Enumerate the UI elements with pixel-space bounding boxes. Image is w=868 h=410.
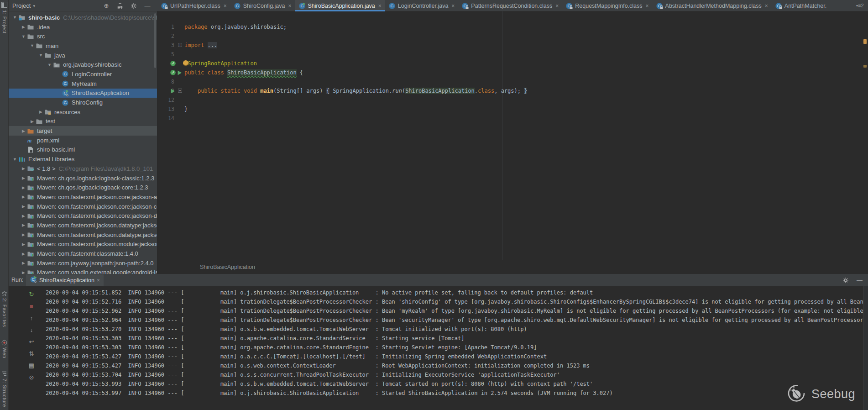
close-icon[interactable]: × bbox=[451, 3, 455, 9]
console-scrollbar[interactable] bbox=[863, 286, 868, 410]
editor-tab-abstracthandlermethodmapping-class[interactable]: CAbstractHandlerMethodMapping.class× bbox=[653, 0, 772, 11]
tree-row-maven-com-vaadin-external-google-android-js[interactable]: ▶Maven: com.vaadin.external.google:andro… bbox=[9, 268, 157, 274]
tree-row-target[interactable]: ▶target bbox=[9, 126, 157, 136]
code-editor[interactable]: 1package org.javaboy.shirobasic;23+impor… bbox=[158, 11, 868, 274]
tree-expand-arrow[interactable]: ▶ bbox=[20, 223, 27, 227]
tree-expand-arrow[interactable]: ▼ bbox=[11, 15, 18, 20]
close-icon[interactable]: × bbox=[646, 3, 649, 9]
hide-panel-icon[interactable]: — bbox=[144, 2, 151, 10]
tree-expand-arrow[interactable]: ▶ bbox=[37, 110, 44, 114]
tree-expand-arrow[interactable]: ▼ bbox=[11, 157, 18, 162]
hide-panel-icon[interactable]: — bbox=[856, 276, 863, 284]
tree-expand-arrow[interactable]: ▶ bbox=[20, 129, 27, 133]
error-stripe-mark[interactable] bbox=[863, 39, 867, 44]
tree-row-external-libraries[interactable]: ▼External Libraries bbox=[9, 154, 157, 164]
fold-marker-icon[interactable]: + bbox=[178, 89, 182, 93]
project-panel-title[interactable]: Project bbox=[12, 2, 31, 9]
tree-expand-arrow[interactable]: ▶ bbox=[20, 166, 27, 171]
tree-row-test[interactable]: ▶test bbox=[9, 117, 157, 126]
locate-icon[interactable]: ⊕ bbox=[103, 2, 110, 10]
tree-expand-arrow[interactable]: ▶ bbox=[20, 270, 27, 274]
tree-row-shiro-basic-iml[interactable]: shiro-basic.iml bbox=[9, 145, 157, 155]
tree-row-maven-ch-qos-logback-logback-classic-1-2-3[interactable]: ▶Maven: ch.qos.logback:logback-classic:1… bbox=[9, 173, 157, 183]
spring-bean-icon[interactable] bbox=[170, 60, 176, 67]
tree-expand-arrow[interactable]: ▶ bbox=[20, 242, 27, 247]
tree-row-maven-com-fasterxml-jackson-datatype-jackson-datatype[interactable]: ▶Maven: com.fasterxml.jackson.datatype:j… bbox=[9, 221, 157, 230]
tree-row-maven-com-fasterxml-jackson-core-jackson-core-2-9-9[interactable]: ▶Maven: com.fasterxml.jackson.core:jacks… bbox=[9, 202, 157, 211]
breadcrumb[interactable]: ShiroBasicApplication bbox=[200, 264, 255, 270]
close-icon[interactable]: × bbox=[288, 3, 292, 9]
editor-tab-shirobasicapplication-java[interactable]: CShiroBasicApplication.java× bbox=[295, 0, 385, 11]
tree-scrollbar[interactable] bbox=[154, 13, 156, 68]
editor-tab-patternsrequestcondition-class[interactable]: CPatternsRequestCondition.class× bbox=[458, 0, 562, 11]
strip-item-web[interactable]: Web bbox=[0, 340, 9, 358]
tree-row-myrealm[interactable]: CMyRealm bbox=[9, 79, 157, 89]
editor-tab-antpathmatcher-[interactable]: CAntPathMatcher. bbox=[772, 0, 830, 11]
code-line-6[interactable]: 6@SpringBootApplication bbox=[158, 59, 868, 68]
tree-row-main[interactable]: ▼main bbox=[9, 41, 157, 51]
tree-expand-arrow[interactable]: ▶ bbox=[20, 194, 27, 199]
tree-row-resources[interactable]: ▶resources bbox=[9, 107, 157, 117]
tree-expand-arrow[interactable]: ▼ bbox=[29, 43, 36, 48]
tree-row-java[interactable]: ▼java bbox=[9, 51, 157, 60]
tree-expand-arrow[interactable]: ▼ bbox=[37, 53, 44, 58]
tool-window-icon[interactable] bbox=[1, 1, 7, 10]
tree-row-src[interactable]: ▼src bbox=[9, 32, 157, 41]
tree-expand-arrow[interactable]: ▶ bbox=[20, 232, 27, 237]
close-icon[interactable]: × bbox=[378, 3, 382, 9]
collapse-all-icon[interactable] bbox=[116, 2, 124, 10]
tree-expand-arrow[interactable]: ▶ bbox=[20, 261, 27, 265]
chevron-down-icon[interactable]: ▾ bbox=[33, 4, 35, 8]
editor-tab-requestmappinginfo-class[interactable]: CRequestMappingInfo.class× bbox=[562, 0, 652, 11]
code-line-12[interactable]: 12 bbox=[158, 95, 868, 105]
tree-row-idea[interactable]: ▶.idea bbox=[9, 22, 157, 32]
settings-icon[interactable] bbox=[842, 276, 849, 284]
tree-expand-arrow[interactable]: ▶ bbox=[20, 176, 27, 180]
code-line-5[interactable]: 5 bbox=[158, 50, 868, 59]
tree-row-maven-com-fasterxml-classmate-1-4-0[interactable]: ▶Maven: com.fasterxml:classmate:1.4.0 bbox=[9, 249, 157, 258]
code-line-9[interactable]: 9+ public static void main(String[] args… bbox=[158, 86, 868, 95]
editor-tab-shiroconfig-java[interactable]: CShiroConfig.java× bbox=[230, 0, 295, 11]
tree-row-pom-xml[interactable]: mpom.xml bbox=[9, 136, 157, 145]
spring-bean-icon[interactable] bbox=[170, 69, 176, 76]
tree-expand-arrow[interactable]: ▼ bbox=[20, 34, 27, 39]
tree-row-maven-com-jayway-jsonpath-json-path-2-4-0[interactable]: ▶Maven: com.jayway.jsonpath:json-path:2.… bbox=[9, 258, 157, 268]
tree-row-1-8[interactable]: ▶< 1.8 >C:\Program Files\Java\jdk1.8.0_1… bbox=[9, 164, 157, 173]
tree-expand-arrow[interactable]: ▶ bbox=[20, 185, 27, 190]
code-line-13[interactable]: 13} bbox=[158, 105, 868, 114]
editor-tab-logincontroller-java[interactable]: CLoginController.java× bbox=[385, 0, 459, 11]
tree-row-shiro-basic[interactable]: ▼shiro-basicC:\Users\shadow\Desktop\sour… bbox=[9, 13, 157, 22]
editor-tab-urlpathhelper-class[interactable]: CUrlPathHelper.class× bbox=[157, 0, 230, 11]
tree-expand-arrow[interactable]: ▶ bbox=[20, 214, 27, 218]
tree-expand-arrow[interactable]: ▶ bbox=[20, 204, 27, 209]
close-icon[interactable]: × bbox=[555, 3, 559, 9]
strip-item--structure[interactable]: 7: Structure bbox=[0, 371, 9, 407]
strip-item-project[interactable]: 1: Project bbox=[0, 10, 9, 33]
close-icon[interactable]: × bbox=[224, 3, 227, 9]
run-configuration-tab[interactable]: C ShiroBasicApplication × bbox=[26, 274, 104, 286]
run-arrow-icon[interactable] bbox=[177, 69, 183, 76]
fold-marker-icon[interactable]: + bbox=[178, 43, 182, 47]
hidden-tabs-dropdown[interactable]: ▾≡2 bbox=[856, 1, 867, 10]
settings-icon[interactable] bbox=[130, 2, 137, 10]
intention-bulb-icon[interactable] bbox=[183, 60, 188, 66]
tree-row-maven-com-fasterxml-jackson-datatype-jackson-datatype[interactable]: ▶Maven: com.fasterxml.jackson.datatype:j… bbox=[9, 230, 157, 240]
tree-row-maven-com-fasterxml-jackson-module-jackson-module-par[interactable]: ▶Maven: com.fasterxml.jackson.module:jac… bbox=[9, 240, 157, 249]
tree-expand-arrow[interactable]: ▶ bbox=[29, 119, 36, 124]
tree-row-maven-com-fasterxml-jackson-core-jackson-annotations[interactable]: ▶Maven: com.fasterxml.jackson.core:jacks… bbox=[9, 192, 157, 202]
tree-row-shiroconfig[interactable]: CShiroConfig bbox=[9, 98, 157, 107]
tree-row-maven-ch-qos-logback-logback-core-1-2-3[interactable]: ▶Maven: ch.qos.logback:logback-core:1.2.… bbox=[9, 183, 157, 192]
code-line-3[interactable]: 3+import ... bbox=[158, 41, 868, 50]
code-line-14[interactable]: 14 bbox=[158, 114, 868, 123]
tree-row-maven-com-fasterxml-jackson-core-jackson-databind-2-9[interactable]: ▶Maven: com.fasterxml.jackson.core:jacks… bbox=[9, 211, 157, 221]
run-arrow-icon[interactable] bbox=[170, 88, 176, 94]
tree-row-shirobasicapplication[interactable]: CShiroBasicApplication bbox=[9, 89, 157, 98]
console-log-output[interactable]: 2020-09-04 09:15:51.852 INFO 134960 --- … bbox=[9, 286, 868, 410]
tree-expand-arrow[interactable]: ▶ bbox=[20, 25, 27, 29]
close-icon[interactable]: × bbox=[97, 277, 100, 284]
tree-expand-arrow[interactable]: ▼ bbox=[46, 63, 53, 67]
close-icon[interactable]: × bbox=[765, 3, 768, 9]
code-line-1[interactable]: 1package org.javaboy.shirobasic; bbox=[158, 22, 868, 32]
strip-item--favorites[interactable]: 2: Favorites bbox=[0, 290, 9, 327]
tree-row-logincontroller[interactable]: CLoginController bbox=[9, 69, 157, 79]
